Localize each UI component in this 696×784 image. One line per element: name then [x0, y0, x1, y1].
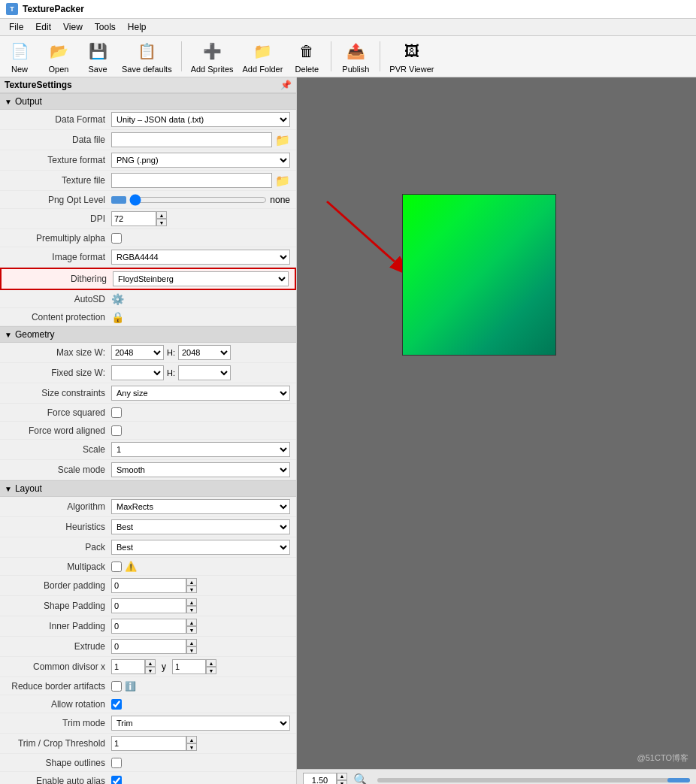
layout-label: Layout: [15, 483, 42, 494]
menu-edit[interactable]: Edit: [29, 20, 57, 34]
common-divisor-y-up[interactable]: ▲: [206, 659, 216, 667]
dpi-input[interactable]: [111, 211, 156, 226]
dithering-select[interactable]: FloydSteinberg None Ordered: [113, 271, 289, 286]
common-divisor-x-down[interactable]: ▼: [145, 667, 156, 674]
data-file-input[interactable]: [111, 132, 272, 147]
fixed-size-w-select[interactable]: [111, 365, 164, 380]
border-padding-input[interactable]: [111, 578, 186, 593]
texture-file-folder-icon[interactable]: 📁: [275, 174, 290, 188]
toolbar-separator-3: [380, 41, 380, 71]
inner-padding-input[interactable]: [111, 619, 186, 634]
pvr-viewer-button[interactable]: 🖼 PVR Viewer: [389, 39, 434, 74]
extrude-input[interactable]: [111, 639, 186, 654]
png-opt-slider[interactable]: [129, 194, 267, 206]
menu-tools[interactable]: Tools: [89, 20, 122, 34]
pin-icon[interactable]: 📌: [280, 80, 292, 90]
add-folder-button[interactable]: 📁 Add Folder: [243, 39, 283, 74]
premultiply-alpha-checkbox[interactable]: [111, 233, 122, 244]
section-output[interactable]: ▼ Output: [0, 93, 296, 110]
scale-select[interactable]: 1 0.5 2: [111, 442, 290, 457]
save-defaults-button[interactable]: 📋 Save defaults: [122, 39, 172, 74]
scale-mode-row: Scale mode Smooth Fast Bicubic: [0, 460, 296, 480]
border-padding-down[interactable]: ▼: [186, 586, 197, 593]
extrude-up[interactable]: ▲: [186, 639, 197, 646]
allow-rotation-checkbox[interactable]: [111, 699, 122, 710]
zoom-up-arrow[interactable]: ▲: [337, 773, 347, 780]
size-constraints-select[interactable]: Any size POT Square POT: [111, 386, 290, 401]
common-divisor-y-arrows: ▲ ▼: [206, 659, 216, 674]
enable-auto-alias-row: Enable auto alias: [0, 772, 296, 784]
pack-select[interactable]: Best Horizontal Vertical: [111, 540, 290, 555]
image-format-select[interactable]: RGBA4444 RGBA8888 RGB888 RGB565: [111, 250, 290, 265]
enable-auto-alias-checkbox[interactable]: [111, 776, 122, 785]
panel-header: TextureSettings 📌: [0, 77, 296, 93]
zoom-scroll-bar[interactable]: [377, 778, 690, 782]
fixed-size-label: Fixed size W:: [6, 368, 111, 378]
save-icon: 💾: [86, 39, 110, 63]
shape-padding-input[interactable]: [111, 598, 186, 613]
data-format-select[interactable]: Unity – JSON data (.txt) JSON (Array) JS…: [111, 112, 290, 127]
common-divisor-x-input[interactable]: [111, 659, 145, 674]
reduce-border-artifacts-info-icon[interactable]: ℹ️: [125, 681, 136, 692]
zoom-fit-icon[interactable]: 🔍: [353, 773, 368, 784]
app-title: TexturePacker: [23, 4, 84, 14]
inner-padding-up[interactable]: ▲: [186, 619, 197, 626]
scale-mode-select[interactable]: Smooth Fast Bicubic: [111, 462, 290, 477]
force-squared-checkbox[interactable]: [111, 407, 122, 418]
max-size-w-select[interactable]: 20481024512: [111, 345, 164, 360]
border-padding-label: Border padding: [6, 580, 111, 591]
texture-file-input[interactable]: [111, 173, 272, 188]
multipack-checkbox[interactable]: [111, 562, 122, 572]
save-button[interactable]: 💾 Save: [83, 39, 113, 74]
inner-padding-down[interactable]: ▼: [186, 626, 197, 634]
zoom-down-arrow[interactable]: ▼: [337, 780, 347, 785]
menu-view[interactable]: View: [57, 20, 89, 34]
dpi-spinner: ▲ ▼: [111, 211, 167, 226]
border-padding-row: Border padding ▲ ▼: [0, 576, 296, 596]
dpi-down-arrow[interactable]: ▼: [156, 219, 167, 226]
content-protection-lock-icon[interactable]: 🔒: [111, 311, 124, 323]
data-format-control: Unity – JSON data (.txt) JSON (Array) JS…: [111, 112, 290, 127]
border-padding-up[interactable]: ▲: [186, 578, 197, 586]
trim-crop-threshold-up[interactable]: ▲: [186, 736, 197, 743]
section-layout[interactable]: ▼ Layout: [0, 480, 296, 497]
trim-mode-select[interactable]: Trim None Polygon: [111, 716, 290, 731]
extrude-down[interactable]: ▼: [186, 646, 197, 654]
trim-crop-threshold-down[interactable]: ▼: [186, 743, 197, 751]
algorithm-select[interactable]: MaxRects Basic Polygon: [111, 499, 290, 514]
delete-button[interactable]: 🗑 Delete: [292, 39, 322, 74]
heuristics-select[interactable]: Best ShortSideFit LongSideFit: [111, 519, 290, 534]
dpi-up-arrow[interactable]: ▲: [156, 211, 167, 219]
shape-padding-down[interactable]: ▼: [186, 606, 197, 613]
open-button[interactable]: 📂 Open: [44, 39, 74, 74]
image-format-row: Image format RGBA4444 RGBA8888 RGB888 RG…: [0, 247, 296, 268]
save-defaults-icon: 📋: [135, 39, 159, 63]
inner-padding-label: Inner Padding: [6, 621, 111, 631]
force-word-aligned-checkbox[interactable]: [111, 425, 122, 436]
dithering-row: Dithering FloydSteinberg None Ordered: [0, 268, 296, 290]
auto-sd-gear-icon[interactable]: ⚙️: [111, 293, 124, 305]
fixed-size-h-select[interactable]: [178, 365, 231, 380]
trim-crop-threshold-arrows: ▲ ▼: [186, 736, 197, 751]
publish-button[interactable]: 📤 Publish: [340, 39, 371, 74]
trim-crop-threshold-input[interactable]: [111, 736, 186, 751]
add-sprites-button[interactable]: ➕ Add Sprites: [191, 39, 234, 74]
new-button[interactable]: 📄 New: [5, 39, 35, 74]
common-divisor-y-down[interactable]: ▼: [206, 667, 216, 674]
data-file-folder-icon[interactable]: 📁: [275, 133, 290, 147]
section-geometry[interactable]: ▼ Geometry: [0, 326, 296, 343]
zoom-input[interactable]: 1.50: [303, 773, 337, 785]
common-divisor-y-input[interactable]: [172, 659, 206, 674]
shape-padding-up[interactable]: ▲: [186, 598, 197, 606]
reduce-border-artifacts-checkbox[interactable]: [111, 681, 122, 692]
publish-icon: 📤: [343, 39, 368, 63]
auto-sd-row: AutoSD ⚙️: [0, 290, 296, 308]
menu-help[interactable]: Help: [122, 20, 153, 34]
max-size-h-select[interactable]: 20481024512: [178, 345, 231, 360]
menu-file[interactable]: File: [3, 20, 29, 34]
shape-outlines-checkbox[interactable]: [111, 758, 122, 768]
common-divisor-x-arrows: ▲ ▼: [145, 659, 156, 674]
common-divisor-x-up[interactable]: ▲: [145, 659, 156, 667]
texture-format-select[interactable]: PNG (.png) JPG PVR: [111, 153, 290, 168]
multipack-control: ⚠️: [111, 561, 290, 572]
